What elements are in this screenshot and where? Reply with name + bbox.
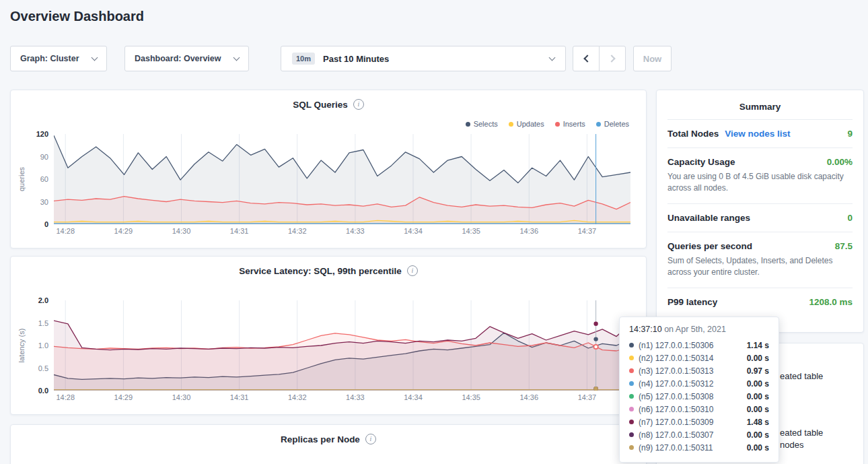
x-axis: 14:2814:2914:3014:3114:3214:3314:3414:35… bbox=[54, 227, 630, 238]
chevron-left-icon bbox=[583, 55, 591, 62]
tooltip-node-row: (n4) 127.0.0.1:503120.00 s bbox=[629, 377, 769, 390]
tooltip-node-value: 0.00 s bbox=[747, 354, 769, 363]
tooltip-node-row: (n8) 127.0.0.1:503070.00 s bbox=[629, 428, 769, 441]
legend-item[interactable]: Inserts bbox=[555, 120, 585, 128]
summary-label: Queries per second bbox=[667, 241, 752, 251]
tooltip-node-row: (n5) 127.0.0.1:503080.00 s bbox=[629, 390, 769, 403]
x-tick-label: 14:28 bbox=[49, 227, 81, 235]
tooltip-time: 14:37:10 bbox=[629, 325, 662, 334]
x-tick-label: 14:29 bbox=[107, 227, 139, 235]
now-button[interactable]: Now bbox=[633, 46, 672, 71]
graph-selector-label: Graph: Cluster bbox=[20, 54, 79, 63]
graph-selector-dropdown[interactable]: Graph: Cluster bbox=[10, 46, 107, 71]
summary-row: P99 latency1208.0 ms bbox=[667, 288, 853, 316]
tooltip-node-label: (n3) 127.0.0.1:50313 bbox=[639, 366, 713, 376]
summary-value: 87.5 bbox=[835, 241, 853, 251]
chart-header: Service Latency: SQL, 99th percentile i bbox=[11, 265, 646, 276]
y-tick-label: 1.5 bbox=[38, 318, 48, 329]
time-range-label: Past 10 Minutes bbox=[323, 54, 389, 64]
summary-title: Summary bbox=[667, 90, 853, 119]
tooltip-node-row: (n6) 127.0.0.1:503100.00 s bbox=[629, 403, 769, 416]
chart-header: SQL Queries i bbox=[11, 99, 646, 110]
tooltip-node-label: (n6) 127.0.0.1:50310 bbox=[639, 405, 713, 414]
dashboard-selector-dropdown[interactable]: Dashboard: Overview bbox=[124, 46, 249, 71]
summary-note: Sum of Selects, Updates, Inserts, and De… bbox=[667, 255, 853, 279]
series-color-dot bbox=[629, 343, 634, 347]
x-tick-label: 14:31 bbox=[223, 227, 256, 235]
summary-link[interactable]: View nodes list bbox=[725, 129, 790, 139]
tooltip-node-value: 1.48 s bbox=[747, 418, 769, 427]
tooltip-node-label: (n7) 127.0.0.1:50309 bbox=[639, 418, 713, 427]
series-color-dot bbox=[629, 368, 634, 373]
time-nav-buttons bbox=[573, 46, 626, 71]
x-tick-label: 14:34 bbox=[397, 227, 429, 235]
time-range-selector[interactable]: 10m Past 10 Minutes bbox=[281, 46, 566, 71]
tooltip-node-row: (n7) 127.0.0.1:503091.48 s bbox=[629, 416, 769, 428]
x-tick-label: 14:35 bbox=[455, 393, 487, 401]
chart-hover-tooltip: 14:37:10 on Apr 5th, 2021 (n1) 127.0.0.1… bbox=[619, 317, 779, 463]
series-color-dot bbox=[629, 394, 634, 399]
chart-title: Service Latency: SQL, 99th percentile bbox=[239, 266, 402, 276]
tooltip-node-value: 0.97 s bbox=[747, 366, 769, 376]
series-color-dot bbox=[629, 381, 634, 386]
tooltip-node-row: (n2) 127.0.0.1:503140.00 s bbox=[629, 352, 769, 364]
chart-plot[interactable] bbox=[54, 300, 630, 391]
x-tick-label: 14:30 bbox=[165, 227, 197, 235]
chart-title: SQL Queries bbox=[293, 100, 348, 110]
event-text-fragment: nodes bbox=[780, 440, 803, 450]
x-tick-label: 14:33 bbox=[339, 227, 371, 235]
tooltip-node-value: 0.00 s bbox=[747, 443, 769, 453]
series-color-dot bbox=[629, 356, 634, 360]
x-tick-label: 14:32 bbox=[281, 227, 314, 235]
event-text-fragment: eated table bbox=[780, 428, 823, 438]
series-color-dot bbox=[629, 445, 634, 450]
y-tick-label: 120 bbox=[36, 129, 48, 139]
tooltip-node-label: (n1) 127.0.0.1:50306 bbox=[639, 341, 713, 350]
time-prev-button[interactable] bbox=[573, 46, 600, 71]
tooltip-node-value: 0.00 s bbox=[747, 379, 769, 389]
x-tick-label: 14:35 bbox=[455, 227, 487, 235]
info-icon[interactable]: i bbox=[365, 434, 376, 444]
x-axis: 14:2814:2914:3014:3114:3214:3314:3414:35… bbox=[54, 393, 630, 404]
legend-item[interactable]: Deletes bbox=[596, 120, 629, 128]
series-color-dot bbox=[629, 407, 634, 411]
summary-label: Total Nodes bbox=[667, 129, 719, 139]
legend-item[interactable]: Updates bbox=[509, 120, 544, 128]
info-icon[interactable]: i bbox=[407, 265, 418, 276]
summary-row: Unavailable ranges0 bbox=[667, 203, 853, 232]
y-tick-label: 0.5 bbox=[38, 363, 48, 374]
tooltip-timestamp: 14:37:10 on Apr 5th, 2021 bbox=[629, 325, 769, 334]
tooltip-node-label: (n4) 127.0.0.1:50312 bbox=[639, 379, 713, 389]
chart-title: Replicas per Node bbox=[281, 434, 360, 444]
series-color-dot bbox=[596, 122, 601, 127]
series-color-dot bbox=[466, 122, 470, 127]
legend-item[interactable]: Selects bbox=[466, 120, 498, 128]
summary-row: Capacity Usage0.00%You are using 0 B of … bbox=[667, 147, 853, 203]
tooltip-node-label: (n5) 127.0.0.1:50308 bbox=[639, 392, 713, 401]
chevron-down-icon bbox=[549, 54, 556, 61]
series-color-dot bbox=[629, 432, 634, 437]
x-tick-label: 14:37 bbox=[571, 227, 603, 235]
summary-label: P99 latency bbox=[667, 297, 717, 307]
time-next-button[interactable] bbox=[599, 46, 626, 71]
tooltip-node-label: (n9) 127.0.0.1:50311 bbox=[639, 443, 713, 453]
tooltip-node-row: (n1) 127.0.0.1:503061.14 s bbox=[629, 339, 769, 352]
y-tick-label: 0.0 bbox=[38, 385, 48, 396]
chart-plot[interactable] bbox=[54, 134, 630, 224]
time-range-badge: 10m bbox=[292, 53, 315, 65]
chevron-right-icon bbox=[608, 55, 615, 62]
summary-row: Queries per second87.5Sum of Selects, Up… bbox=[667, 232, 853, 288]
tooltip-node-value: 1.14 s bbox=[747, 341, 769, 350]
x-tick-label: 14:33 bbox=[339, 393, 371, 401]
x-tick-label: 14:28 bbox=[49, 393, 81, 401]
y-axis: 2.01.51.00.50.0 bbox=[11, 295, 48, 396]
chart-legend: SelectsUpdatesInsertsDeletes bbox=[466, 120, 629, 128]
tooltip-node-label: (n8) 127.0.0.1:50307 bbox=[639, 430, 713, 440]
chart-header: Replicas per Node i bbox=[11, 434, 646, 444]
y-tick-label: 2.0 bbox=[38, 295, 48, 306]
tooltip-node-row: (n9) 127.0.0.1:503110.00 s bbox=[629, 441, 769, 454]
summary-value: 0 bbox=[847, 213, 853, 223]
tooltip-node-row: (n3) 127.0.0.1:503130.97 s bbox=[629, 364, 769, 377]
info-icon[interactable]: i bbox=[353, 99, 364, 110]
tooltip-node-label: (n2) 127.0.0.1:50314 bbox=[639, 354, 713, 363]
